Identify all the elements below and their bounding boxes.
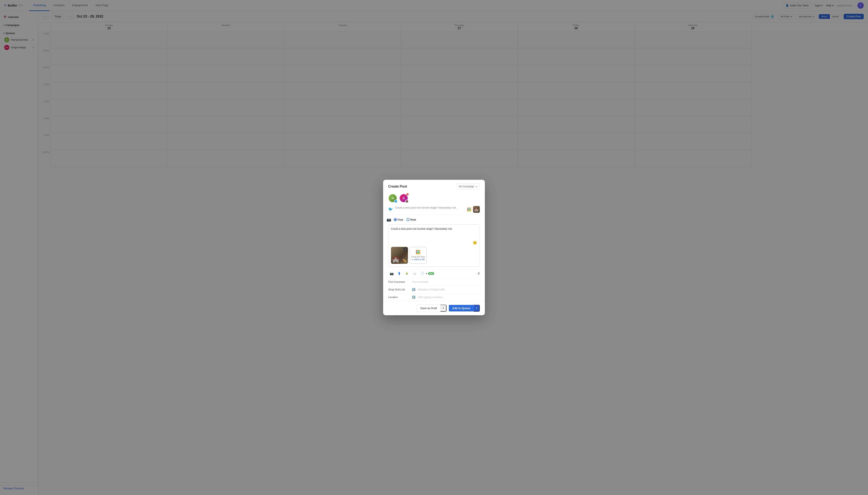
media-row: 🏰 ✏️ × 🖼️ Drag and drop or select a file [391,247,477,264]
dropbox-toolbar-icon[interactable] [396,270,403,277]
first-comment-label: First Comment [388,280,409,284]
ai-toolbar-icon[interactable]: ✦ New [426,270,433,277]
add-queue-button[interactable]: Add to Queue [449,305,474,311]
post-type-reel-option[interactable]: Reel [407,218,416,221]
reel-radio-dot [407,218,409,221]
thumb-image-content: 🏰 [392,256,399,263]
campaign-selector[interactable]: No Campaign ▾ [456,184,480,189]
save-draft-dropdown-button[interactable]: ▾ [440,305,446,312]
twitter-section: 🐦 Could a test post not involve dogs? Ab… [383,205,485,215]
shop-grid-field: Shop Grid Link ℹ️ [387,286,481,293]
modal-header: Create Post No Campaign ▾ [383,180,485,192]
post-toolbar: 📷 ☁️ 📄 ✦ New # [388,269,480,278]
notification-badge: ! [406,193,409,196]
first-comment-input[interactable] [412,280,480,284]
twitter-actions: 🖼️ 🏰 [467,206,480,213]
location-info-icon[interactable]: ℹ️ [412,295,415,299]
post-type-row: 📷 Post Reel [387,217,481,222]
twitter-image-icon[interactable]: 🖼️ [467,207,471,211]
shop-grid-label: Shop Grid Link [388,288,409,291]
media-thumb-existing: 🏰 ✏️ × [391,247,408,264]
camera-toolbar-icon[interactable]: 📷 [388,270,395,277]
account-instagram-avatar[interactable]: S 📷 ! [399,194,408,203]
drive-toolbar-icon[interactable] [404,270,410,277]
select-file-link[interactable]: select a file [414,258,425,261]
location-field: Location ℹ️ [387,293,481,301]
instagram-post-content: Could a test post not involve dogs? Abso… [388,224,480,267]
add-queue-dropdown-button[interactable]: ▾ [474,305,480,312]
post-radio-dot [394,218,397,221]
instagram-platform-badge: 📷 [405,200,409,203]
emoji-button[interactable]: 🙂 [473,241,477,245]
instagram-text-input[interactable]: Could a test post not involve dogs? Abso… [391,227,477,240]
modal-footer: Save as Draft ▾ Add to Queue ▾ [383,301,485,315]
accounts-row: H 𝕏 S 📷 ! [383,192,485,205]
post-type-reel-label: Reel [410,218,416,221]
post-type-selector: Post Reel [394,218,416,221]
save-as-draft-group: Save as Draft ▾ [416,305,447,312]
media-remove-button[interactable]: × [404,248,407,251]
save-draft-button[interactable]: Save as Draft [417,305,440,311]
twitter-platform-badge: 𝕏 [394,200,397,203]
add-to-queue-group: Add to Queue ▾ [449,305,480,312]
media-upload-text: Drag and drop or select a file [411,255,425,261]
shop-grid-input[interactable] [418,288,480,291]
modal-title: Create Post [388,185,407,188]
twitter-input-display[interactable]: Could a test post not involve dogs? Abso… [395,206,465,209]
location-label: Location [388,296,409,299]
upload-icon: 🖼️ [416,250,421,255]
location-input[interactable] [418,296,480,299]
modal-overlay[interactable]: Create Post No Campaign ▾ H 𝕏 S 📷 ! [0,0,868,495]
file-toolbar-icon[interactable]: 📄 [419,270,426,277]
first-comment-field: First Comment [387,278,481,286]
thumb-overlay: ✏️ [403,259,406,262]
account-twitter-avatar[interactable]: H 𝕏 [388,194,397,203]
shop-grid-info-icon[interactable]: ℹ️ [412,288,415,291]
campaign-chevron-icon: ▾ [476,186,477,188]
instagram-section: 📷 Post Reel Could a test post not involv… [383,215,485,301]
campaign-label: No Campaign [459,185,474,188]
create-post-modal: Create Post No Campaign ▾ H 𝕏 S 📷 ! [383,180,485,315]
post-type-post-option[interactable]: Post [394,218,403,221]
hashtag-button[interactable]: # [478,271,480,276]
twitter-icon: 🐦 [388,207,393,211]
instagram-section-icon: 📷 [387,217,391,222]
twitter-thumbnail[interactable]: 🏰 [473,206,480,213]
new-badge: New [428,272,434,275]
media-upload-box[interactable]: 🖼️ Drag and drop or select a file [410,247,427,264]
post-type-post-label: Post [397,218,403,221]
cloud-toolbar-icon[interactable]: ☁️ [411,270,418,277]
